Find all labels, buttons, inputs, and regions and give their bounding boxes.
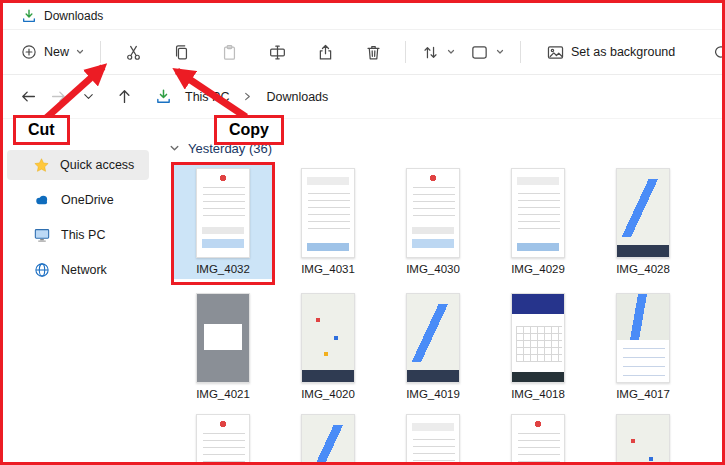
- sidebar-item-label: OneDrive: [61, 193, 114, 207]
- new-button[interactable]: New: [13, 37, 92, 67]
- file-tile-img-4019[interactable]: IMG_4019: [383, 289, 483, 400]
- delete-button[interactable]: [353, 37, 393, 68]
- sort-icon: [421, 43, 440, 62]
- downloads-icon: [155, 88, 172, 105]
- trash-icon: [364, 43, 383, 62]
- title-bar: Downloads: [3, 3, 722, 30]
- copy-button[interactable]: [161, 37, 201, 68]
- file-tile-partial[interactable]: [593, 410, 693, 462]
- rotate-icon: [711, 43, 725, 62]
- view-button[interactable]: [463, 37, 512, 68]
- chevron-right-icon: [242, 91, 253, 102]
- sidebar-item-network[interactable]: Network: [7, 255, 149, 285]
- thumbnail-image: [196, 414, 250, 462]
- chevron-down-icon: [169, 143, 180, 154]
- thumbnail-image: [406, 168, 460, 258]
- file-tile-img-4032[interactable]: IMG_4032: [173, 164, 273, 279]
- back-button[interactable]: [13, 82, 43, 112]
- thumbnail-image: [406, 293, 460, 383]
- recent-locations-button[interactable]: [73, 82, 103, 112]
- cut-button[interactable]: [113, 37, 153, 68]
- cloud-icon: [33, 191, 51, 209]
- file-name: IMG_4030: [406, 263, 460, 275]
- back-arrow-icon: [19, 87, 38, 106]
- rename-button[interactable]: [257, 37, 297, 68]
- set-as-background-label: Set as background: [571, 45, 675, 59]
- navigation-pane: Quick access OneDrive This PC: [3, 119, 153, 462]
- sort-button[interactable]: [414, 37, 463, 68]
- tab-title: Downloads: [44, 9, 103, 23]
- file-tile-partial[interactable]: [173, 410, 273, 462]
- thumbnail-image: [616, 293, 670, 383]
- scissors-icon: [124, 43, 143, 62]
- file-tile-img-4021[interactable]: IMG_4021: [173, 289, 273, 400]
- toolbar-separator: [520, 41, 521, 63]
- file-tile-partial[interactable]: [488, 410, 588, 462]
- thumbnail-image: [301, 293, 355, 383]
- thumbnail-image: [616, 414, 670, 462]
- file-tile-img-4029[interactable]: IMG_4029: [488, 164, 588, 279]
- cut-annotation-label: Cut: [13, 115, 70, 145]
- copy-annotation-label: Copy: [214, 115, 284, 145]
- forward-arrow-icon: [49, 87, 68, 106]
- thumbnail-image: [301, 414, 355, 462]
- copy-icon: [172, 43, 191, 62]
- file-row: IMG_4032 IMG_4031 IMG_4030 IMG_4029 IMG_…: [173, 164, 722, 279]
- file-tile-partial[interactable]: [383, 410, 483, 462]
- rename-icon: [268, 43, 287, 62]
- view-icon: [470, 43, 489, 62]
- file-name: IMG_4018: [511, 388, 565, 400]
- file-name: IMG_4020: [301, 388, 355, 400]
- breadcrumb-this-pc[interactable]: This PC: [181, 87, 233, 107]
- toolbar-separator: [100, 41, 101, 63]
- thumbnail-image: [511, 414, 565, 462]
- downloads-icon: [21, 8, 37, 24]
- file-tile-img-4030[interactable]: IMG_4030: [383, 164, 483, 279]
- explorer-tab-downloads[interactable]: Downloads: [15, 6, 109, 26]
- plus-circle-icon: [20, 43, 38, 61]
- file-row: [173, 410, 722, 462]
- file-list: Yesterday (36) IMG_4032 IMG_4031 IMG_403…: [153, 119, 722, 462]
- star-icon: [33, 157, 50, 174]
- forward-button[interactable]: [43, 82, 73, 112]
- breadcrumb-downloads[interactable]: Downloads: [262, 87, 332, 107]
- share-button[interactable]: [305, 37, 345, 68]
- file-name: IMG_4017: [616, 388, 670, 400]
- thumbnail-image: [301, 168, 355, 258]
- up-button[interactable]: [109, 82, 139, 112]
- address-bar[interactable]: This PC Downloads: [155, 87, 332, 107]
- sidebar-item-label: Network: [61, 263, 107, 277]
- toolbar-separator: [405, 41, 406, 63]
- set-as-background-button[interactable]: Set as background: [539, 37, 682, 68]
- thumbnail-image: [196, 293, 250, 383]
- file-tile-img-4028[interactable]: IMG_4028: [593, 164, 693, 279]
- sidebar-item-quick-access[interactable]: Quick access: [7, 150, 149, 180]
- file-name: IMG_4019: [406, 388, 460, 400]
- file-tile-img-4018[interactable]: IMG_4018: [488, 289, 588, 400]
- file-tile-partial[interactable]: [278, 410, 378, 462]
- thumbnail-image: [511, 168, 565, 258]
- sidebar-item-onedrive[interactable]: OneDrive: [7, 185, 149, 215]
- file-tile-img-4020[interactable]: IMG_4020: [278, 289, 378, 400]
- file-explorer-window: Downloads New: [0, 0, 725, 465]
- up-arrow-icon: [115, 87, 134, 106]
- file-tile-img-4031[interactable]: IMG_4031: [278, 164, 378, 279]
- sidebar-item-label: This PC: [61, 228, 105, 242]
- picture-icon: [546, 43, 565, 62]
- paste-button[interactable]: [209, 37, 249, 68]
- thumbnail-image: [511, 293, 565, 383]
- monitor-icon: [33, 226, 51, 244]
- share-icon: [316, 43, 335, 62]
- file-tile-img-4017[interactable]: IMG_4017: [593, 289, 693, 400]
- new-button-label: New: [44, 45, 69, 59]
- chevron-down-icon: [81, 89, 96, 104]
- file-name: IMG_4032: [196, 263, 250, 275]
- thumbnail-image: [406, 414, 460, 462]
- chevron-down-icon: [446, 47, 456, 57]
- command-bar: New: [3, 30, 722, 75]
- chevron-down-icon: [495, 47, 505, 57]
- navigation-bar: This PC Downloads: [3, 75, 722, 119]
- rotate-button[interactable]: Rotat: [704, 37, 725, 68]
- thumbnail-image: [616, 168, 670, 258]
- sidebar-item-this-pc[interactable]: This PC: [7, 220, 149, 250]
